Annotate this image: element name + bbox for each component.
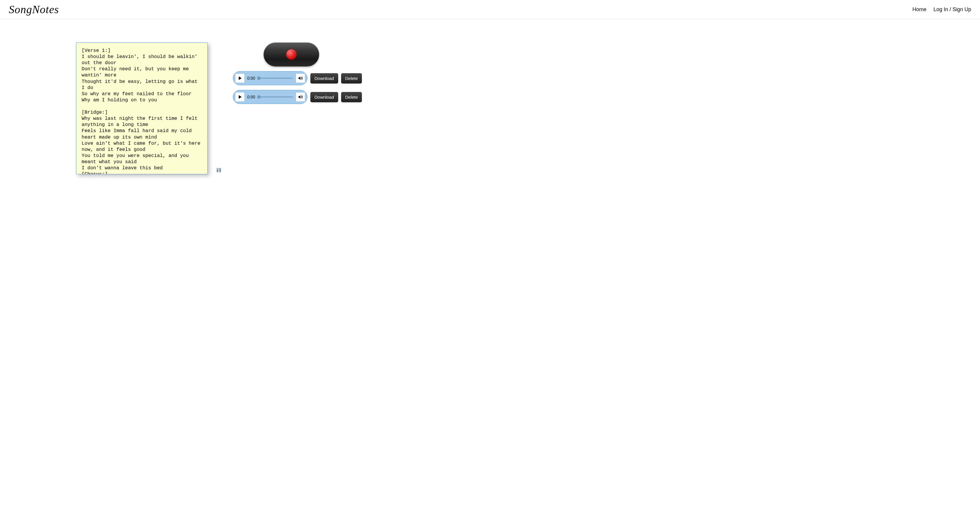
play-button[interactable] (235, 93, 244, 101)
svg-rect-2 (218, 171, 220, 172)
download-button[interactable]: Download (310, 92, 338, 102)
svg-rect-3 (219, 169, 220, 170)
volume-button[interactable] (296, 93, 305, 101)
record-button[interactable] (264, 43, 319, 67)
delete-button[interactable]: Delete (341, 92, 362, 102)
progress-thumb (257, 77, 261, 80)
play-icon (239, 77, 242, 80)
left-column (76, 43, 221, 174)
audio-row: 0:00 Download Delete (233, 71, 362, 85)
logo[interactable]: SongNotes (9, 3, 59, 16)
svg-rect-1 (217, 168, 220, 170)
save-icon[interactable] (216, 168, 221, 172)
record-icon (286, 50, 296, 59)
time-label: 0:00 (247, 94, 256, 99)
lyrics-textarea[interactable] (76, 43, 208, 174)
audio-player: 0:00 (233, 71, 307, 85)
progress-thumb (257, 95, 261, 99)
nav: Home Log In / Sign Up (912, 6, 971, 13)
volume-icon (298, 75, 303, 81)
play-button[interactable] (235, 74, 244, 83)
header: SongNotes Home Log In / Sign Up (0, 0, 980, 19)
delete-button[interactable]: Delete (341, 73, 362, 83)
time-label: 0:00 (247, 76, 256, 81)
nav-home[interactable]: Home (912, 6, 926, 13)
audio-row: 0:00 Download Delete (233, 90, 362, 104)
right-column: 0:00 Download Delete 0:00 (233, 43, 362, 174)
main-container: 0:00 Download Delete 0:00 (0, 19, 980, 186)
progress-slider[interactable] (259, 96, 293, 97)
nav-login[interactable]: Log In / Sign Up (934, 6, 971, 13)
play-icon (239, 95, 242, 99)
progress-slider[interactable] (259, 78, 293, 79)
volume-icon (298, 94, 303, 100)
download-button[interactable]: Download (310, 73, 338, 83)
audio-player: 0:00 (233, 90, 307, 104)
volume-button[interactable] (296, 74, 305, 83)
